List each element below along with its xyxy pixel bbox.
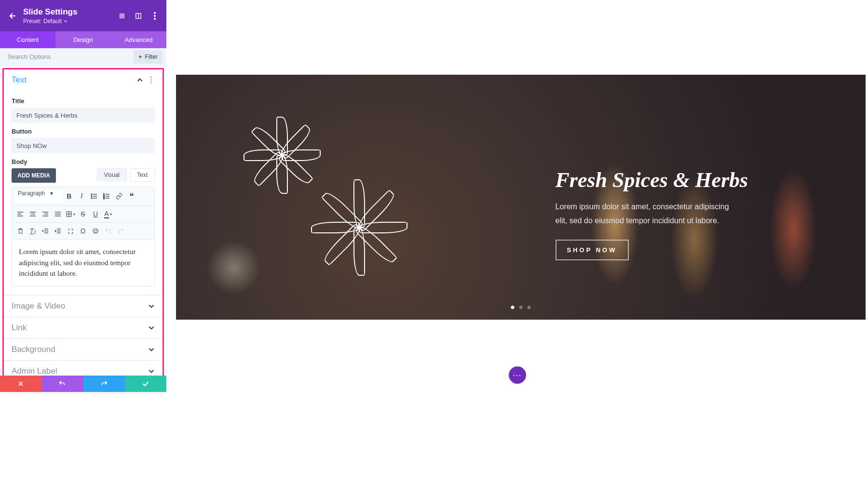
svg-text:3: 3 (103, 197, 105, 200)
title-input[interactable] (12, 108, 155, 123)
number-list-icon[interactable]: 123 (101, 191, 112, 202)
fullscreen-icon[interactable] (65, 226, 76, 236)
dot-2[interactable] (519, 306, 523, 309)
search-input[interactable] (0, 48, 134, 65)
undo-icon[interactable] (103, 226, 113, 236)
panel-header: Slide Settings Preset: Default (0, 0, 166, 31)
chevron-down-icon (148, 368, 155, 375)
link-icon[interactable] (114, 191, 124, 202)
section-image-video: Image & Video (4, 296, 163, 317)
indent-icon[interactable] (53, 226, 63, 236)
section-admin-label-header[interactable]: Admin Label (4, 361, 163, 376)
button-label: Button (12, 128, 155, 135)
panel-title: Slide Settings (23, 7, 117, 17)
tab-design[interactable]: Design (55, 31, 111, 48)
svg-point-42 (93, 229, 98, 234)
mode-visual-tab[interactable]: Visual (97, 168, 127, 182)
section-admin-label: Admin Label (4, 361, 163, 376)
table-icon[interactable]: ▾ (65, 209, 76, 219)
chevron-down-icon (148, 346, 155, 353)
align-center-icon[interactable] (27, 209, 38, 219)
redo-icon[interactable] (115, 226, 126, 236)
svg-point-9 (91, 196, 92, 197)
shop-now-button[interactable]: SHOP NOW (556, 240, 629, 260)
more-icon: ··· (513, 370, 521, 380)
add-media-button[interactable]: ADD MEDIA (12, 168, 56, 183)
section-link: Link (4, 317, 163, 339)
footer-undo-button[interactable] (41, 376, 83, 392)
section-image-video-header[interactable]: Image & Video (4, 296, 163, 317)
dot-1[interactable] (511, 306, 515, 309)
outdent-icon[interactable] (40, 226, 51, 236)
search-row: + Filter (0, 48, 166, 66)
save-button[interactable] (125, 376, 166, 392)
back-button[interactable] (7, 10, 18, 22)
text-color-icon[interactable]: A▾ (103, 209, 113, 219)
section-background-header[interactable]: Background (4, 339, 163, 360)
italic-icon[interactable]: I (76, 191, 87, 202)
footer-redo-button[interactable] (83, 376, 125, 392)
bold-icon[interactable]: B (64, 191, 74, 202)
section-text-header[interactable]: Text ⋮ (4, 69, 163, 91)
more-icon[interactable] (150, 11, 160, 21)
section-text: Text ⋮ Title Button Body ADD MEDIA (4, 69, 163, 296)
decorative-flowers (253, 116, 427, 289)
svg-point-5 (154, 15, 156, 17)
svg-point-44 (96, 230, 96, 230)
svg-point-7 (91, 194, 92, 195)
tab-advanced[interactable]: Advanced (111, 31, 166, 48)
svg-point-6 (154, 18, 156, 20)
paste-icon[interactable] (15, 226, 26, 236)
align-justify-icon[interactable] (53, 209, 63, 219)
cancel-button[interactable] (0, 376, 41, 392)
mode-text-tab[interactable]: Text (130, 168, 155, 182)
strike-icon[interactable]: S (78, 209, 88, 219)
svg-point-11 (91, 198, 92, 199)
chevron-up-icon (136, 77, 143, 83)
slide-title: Fresh Spices & Herbs (556, 168, 831, 192)
title-label: Title (12, 97, 155, 105)
align-left-icon[interactable] (15, 209, 26, 219)
clear-format-icon[interactable]: T× (27, 226, 38, 236)
chevron-down-icon (148, 324, 155, 331)
settings-panel: Slide Settings Preset: Default Content D… (0, 0, 166, 392)
canvas: Fresh Spices & Herbs Lorem ipsum dolor s… (166, 0, 868, 485)
chevron-down-icon (148, 303, 155, 310)
body-label: Body (12, 158, 155, 165)
slide-content: Fresh Spices & Herbs Lorem ipsum dolor s… (556, 168, 831, 260)
underline-icon[interactable]: U (90, 209, 101, 219)
button-text-input[interactable] (12, 138, 155, 153)
expand-icon[interactable] (117, 11, 127, 21)
highlighted-region: Text ⋮ Title Button Body ADD MEDIA (2, 68, 164, 376)
svg-point-4 (154, 12, 156, 14)
slide-body-text: Lorem ipsum dolor sit amet, consectetur … (556, 200, 739, 228)
tab-content[interactable]: Content (0, 31, 55, 48)
preset-selector[interactable]: Preset: Default (23, 18, 117, 25)
section-background: Background (4, 339, 163, 361)
special-char-icon[interactable]: Ω (78, 226, 88, 236)
svg-point-43 (95, 230, 95, 230)
rich-text-editor: Paragraph ▾ B I 123 ❝ (12, 187, 155, 286)
floating-action-button[interactable]: ··· (509, 366, 526, 384)
dot-3[interactable] (528, 306, 531, 309)
paragraph-select[interactable]: Paragraph ▾ (15, 190, 62, 202)
svg-point-1 (122, 15, 123, 16)
body-content[interactable]: Lorem ipsum dolor sit amet, consectetur … (12, 240, 154, 286)
panel-footer (0, 376, 166, 392)
panel-tabs: Content Design Advanced (0, 31, 166, 48)
filter-button[interactable]: + Filter (134, 50, 163, 64)
emoji-icon[interactable] (90, 226, 101, 236)
slide-dots (511, 306, 531, 309)
panel-body: Text ⋮ Title Button Body ADD MEDIA (0, 66, 166, 376)
hero-slide: Fresh Spices & Herbs Lorem ipsum dolor s… (176, 75, 866, 320)
section-link-header[interactable]: Link (4, 317, 163, 338)
align-right-icon[interactable] (40, 209, 51, 219)
bullet-list-icon[interactable] (89, 191, 99, 202)
quote-icon[interactable]: ❝ (126, 191, 137, 202)
snap-icon[interactable] (134, 11, 143, 21)
